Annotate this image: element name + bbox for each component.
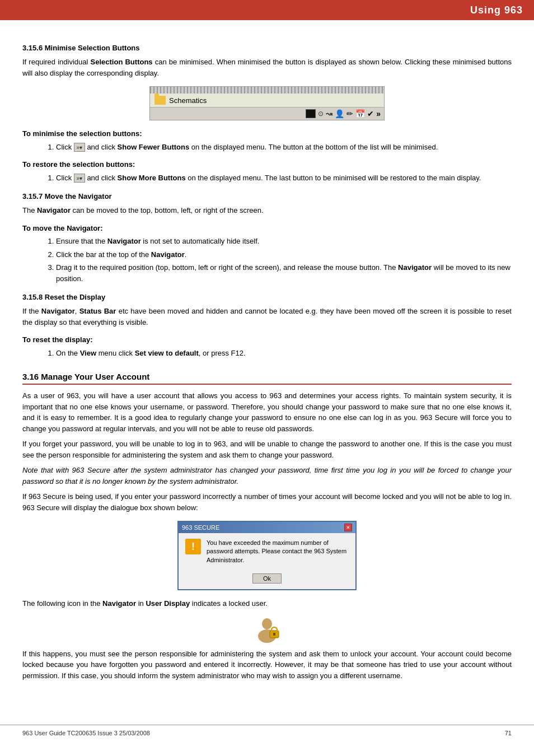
963-secure-dialog: 963 SECURE ✕ ! You have exceeded the max… bbox=[177, 521, 357, 590]
navigator-bold-4: Navigator bbox=[398, 263, 432, 272]
move-step3: Drag it to the required position (top, b… bbox=[56, 262, 512, 284]
double-arrow-icon-1: »▾ bbox=[74, 143, 85, 152]
locked-user-icon-container bbox=[253, 615, 281, 643]
dialog-close-button[interactable]: ✕ bbox=[344, 524, 352, 531]
section-3156-heading: 3.15.6 Minimise Selection Buttons bbox=[22, 44, 512, 52]
section-316-para5: The following icon in the Navigator in U… bbox=[22, 598, 512, 609]
section-316-para1: As a user of 963, you will have a user a… bbox=[22, 390, 512, 434]
move-step1: Ensure that the Navigator is not set to … bbox=[56, 236, 512, 247]
section-316-heading: 3.16 Manage Your User Account bbox=[22, 372, 512, 385]
footer-right: 71 bbox=[505, 730, 512, 736]
section-316-para3: Note that with 963 Secure after the syst… bbox=[22, 465, 512, 487]
selection-buttons-bold: Selection Buttons bbox=[91, 58, 153, 66]
statusbar-bold: Status Bar bbox=[79, 307, 116, 315]
navigator-bold-2: Navigator bbox=[107, 237, 141, 245]
svg-point-0 bbox=[262, 618, 272, 629]
main-content: 3.15.6 Minimise Selection Buttons If req… bbox=[0, 20, 534, 708]
navigator-bold-6: Navigator bbox=[102, 599, 136, 608]
navigator-bold-3: Navigator bbox=[151, 250, 185, 259]
page-footer: 963 User Guide TC200635 Issue 3 25/03/20… bbox=[0, 725, 534, 741]
schematics-screenshot: Schematics ⊙ ↝ 👤 ✏ 📅 ✔ » bbox=[149, 86, 385, 120]
svg-rect-4 bbox=[273, 633, 275, 636]
dialog-title-text: 963 SECURE bbox=[182, 524, 219, 531]
set-view-bold: Set view to default bbox=[135, 349, 199, 357]
move-navigator-list: Ensure that the Navigator is not set to … bbox=[56, 236, 512, 284]
dialog-ok-button[interactable]: Ok bbox=[252, 573, 282, 584]
section-3158-heading: 3.15.8 Reset the Display bbox=[22, 293, 512, 301]
tb-icon-calendar: 📅 bbox=[355, 109, 365, 118]
section-316-para4: If 963 Secure is being used, if you ente… bbox=[22, 491, 512, 513]
user-display-bold: User Display bbox=[146, 599, 190, 608]
section-3157-heading: 3.15.7 Move the Navigator bbox=[22, 192, 512, 200]
section-316-para2: If you forget your password, you will be… bbox=[22, 438, 512, 460]
restore-heading: To restore the selection buttons: bbox=[22, 159, 512, 170]
schematics-label: Schematics bbox=[169, 96, 207, 105]
restore-step1: Click »▾ and click Show More Buttons on … bbox=[56, 172, 512, 184]
header-bar: Using 963 bbox=[0, 0, 534, 20]
minimise-heading: To minimise the selection buttons: bbox=[22, 128, 512, 139]
screenshot-nav-row: Schematics bbox=[150, 94, 384, 108]
screenshot-toolbar: ⊙ ↝ 👤 ✏ 📅 ✔ » bbox=[150, 108, 384, 120]
warning-icon: ! bbox=[185, 539, 201, 554]
tb-icon-check: ✔ bbox=[367, 109, 374, 118]
move-navigator-heading: To move the Navigator: bbox=[22, 223, 512, 234]
move-step2: Click the bar at the top of the Navigato… bbox=[56, 249, 512, 260]
reset-step1: On the View menu click Set view to defau… bbox=[56, 348, 512, 359]
dialog-message: You have exceeded the maximum number of … bbox=[207, 539, 349, 564]
reset-display-heading: To reset the display: bbox=[22, 334, 512, 346]
dialog-footer: Ok bbox=[179, 570, 355, 589]
header-title: Using 963 bbox=[470, 4, 523, 16]
section-3158-para1: If the Navigator, Status Bar etc have be… bbox=[22, 306, 512, 328]
tb-icon-pencil: ✏ bbox=[346, 109, 353, 118]
view-bold: View bbox=[80, 349, 96, 357]
footer-left: 963 User Guide TC200635 Issue 3 25/03/20… bbox=[22, 730, 150, 736]
screenshot-title-bar bbox=[150, 87, 384, 94]
tb-icon-arrow: ↝ bbox=[326, 109, 332, 118]
navigator-bold-1: Navigator bbox=[37, 206, 71, 214]
section-3156-para1: If required individual Selection Buttons… bbox=[22, 57, 512, 78]
dialog-title-bar: 963 SECURE ✕ bbox=[179, 522, 355, 533]
tb-icon-person: 👤 bbox=[335, 109, 344, 118]
dialog-body: ! You have exceeded the maximum number o… bbox=[179, 533, 355, 570]
tb-icon-1 bbox=[306, 109, 316, 118]
section-316-para6: If this happens, you must see the person… bbox=[22, 648, 512, 682]
locked-user-svg bbox=[253, 615, 281, 643]
tb-icon-more: » bbox=[376, 109, 381, 118]
restore-list: Click »▾ and click Show More Buttons on … bbox=[56, 172, 512, 184]
section-3157-para1: The Navigator can be moved to the top, b… bbox=[22, 205, 512, 216]
navigator-bold-5: Navigator bbox=[41, 307, 75, 315]
reset-list: On the View menu click Set view to defau… bbox=[56, 348, 512, 359]
show-more-buttons-bold: Show More Buttons bbox=[118, 174, 186, 182]
section-316-para3-italic: Note that with 963 Secure after the syst… bbox=[22, 466, 512, 486]
minimise-list: Click »▾ and click Show Fewer Buttons on… bbox=[56, 142, 512, 153]
tb-separator: ⊙ bbox=[318, 110, 324, 118]
minimise-step1: Click »▾ and click Show Fewer Buttons on… bbox=[56, 142, 512, 153]
show-fewer-buttons-bold: Show Fewer Buttons bbox=[118, 143, 190, 151]
double-arrow-icon-2: »▾ bbox=[74, 174, 85, 183]
folder-icon bbox=[154, 96, 166, 105]
